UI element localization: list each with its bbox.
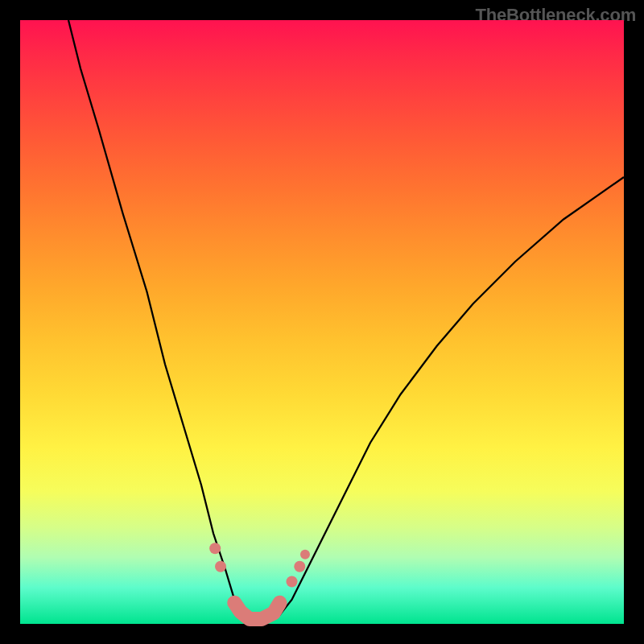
bead-group [209,543,310,587]
valley-worm [234,603,279,619]
chart-frame: TheBottleneck.com [0,0,644,644]
bead-left-upper [209,543,221,554]
bead-right-lower [287,576,298,588]
chart-overlay [20,20,624,624]
bead-right-upper [300,550,310,559]
bottleneck-curve [68,20,624,624]
bead-left-lower [215,561,226,572]
bead-right-mid [294,561,305,572]
